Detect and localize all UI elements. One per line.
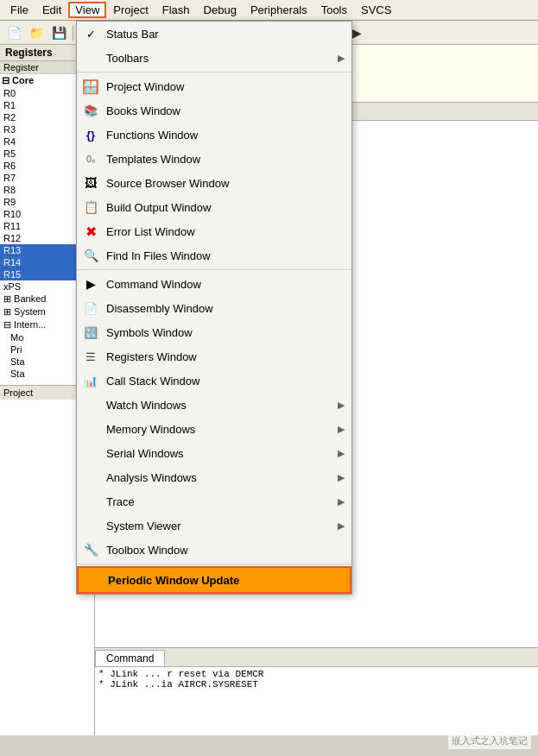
symbols-icon: 🔣 — [82, 324, 99, 341]
command-window-icon: ▶ — [82, 275, 99, 293]
project-window-icon: 🪟 — [82, 78, 99, 95]
command-window-label: Command Window — [106, 278, 345, 291]
menu-project[interactable]: Project — [106, 2, 155, 18]
watch-arrow: ▶ — [338, 400, 345, 411]
menu-callstack[interactable]: 📊 Call Stack Window — [77, 369, 351, 393]
functions-icon: {} — [82, 126, 99, 143]
serial-icon — [82, 444, 99, 462]
registers-window-icon: ☰ — [82, 348, 99, 365]
cmd-line-1: * JLink ... r reset via DEMCR — [98, 669, 535, 679]
menu-trace[interactable]: Trace ▶ — [77, 489, 351, 513]
memory-label: Memory Windows — [106, 423, 338, 436]
books-label: Books Window — [106, 104, 345, 117]
toolbars-arrow: ▶ — [338, 53, 345, 64]
menu-serial-windows[interactable]: Serial Windows ▶ — [77, 441, 351, 465]
disassembly-icon: 📄 — [82, 299, 99, 317]
bottom-tabs: Command — [95, 647, 538, 666]
sep-1 — [77, 72, 351, 72]
menu-tools[interactable]: Tools — [314, 2, 354, 18]
menu-disassembly[interactable]: 📄 Disassembly Window — [77, 296, 351, 320]
analysis-icon — [82, 469, 99, 486]
symbols-label: Symbols Window — [106, 326, 345, 339]
menu-file[interactable]: File — [3, 2, 35, 18]
books-icon: 📚 — [82, 102, 99, 119]
watch-icon — [82, 396, 99, 413]
menu-periodic-update[interactable]: Periodic Window Update — [77, 566, 351, 594]
checkmark-icon: ✓ — [82, 25, 99, 42]
disassembly-label: Disassembly Window — [106, 302, 345, 315]
callstack-label: Call Stack Window — [106, 375, 345, 387]
menu-command-window[interactable]: ▶ Command Window — [77, 272, 351, 296]
menu-templates-window[interactable]: 0ₐ Templates Window — [77, 147, 351, 171]
menu-error-list[interactable]: ✖ Error List Window — [77, 219, 351, 243]
templates-icon: 0ₐ — [82, 150, 99, 167]
analysis-label: Analysis Windows — [106, 471, 338, 484]
build-output-label: Build Output Window — [106, 201, 345, 214]
toolbar-new[interactable]: 📄 — [3, 23, 24, 42]
menu-view[interactable]: View — [68, 2, 106, 18]
menu-analysis-windows[interactable]: Analysis Windows ▶ — [77, 465, 351, 489]
sep-2 — [77, 269, 351, 270]
build-output-icon: 📋 — [82, 198, 99, 216]
menu-source-browser[interactable]: 🖼 Source Browser Window — [77, 171, 351, 195]
system-viewer-label: System Viewer — [106, 520, 338, 532]
toolbars-icon — [82, 49, 99, 66]
trace-arrow: ▶ — [338, 496, 345, 507]
callstack-icon: 📊 — [82, 372, 99, 389]
toolbox-label: Toolbox Window — [106, 544, 345, 557]
memory-icon — [82, 420, 99, 438]
menu-peripherals[interactable]: Peripherals — [244, 2, 314, 18]
source-browser-icon: 🖼 — [82, 174, 99, 192]
serial-arrow: ▶ — [338, 448, 345, 459]
command-panel: * JLink ... r reset via DEMCR * JLink ..… — [95, 666, 538, 735]
menu-status-bar[interactable]: ✓ Status Bar — [77, 22, 351, 46]
toolbars-label: Toolbars — [106, 52, 338, 65]
menu-memory-windows[interactable]: Memory Windows ▶ — [77, 417, 351, 441]
templates-label: Templates Window — [106, 153, 345, 166]
toolbar-sep1 — [73, 25, 73, 41]
serial-label: Serial Windows — [106, 447, 338, 460]
system-viewer-icon — [82, 517, 99, 534]
menu-toolbars[interactable]: Toolbars ▶ — [77, 46, 351, 70]
error-list-label: Error List Window — [106, 225, 345, 238]
periodic-label: Periodic Window Update — [108, 574, 343, 587]
find-in-files-icon: 🔍 — [82, 247, 99, 264]
registers-window-label: Registers Window — [106, 350, 345, 363]
functions-label: Functions Window — [106, 129, 345, 142]
menu-flash[interactable]: Flash — [155, 2, 197, 18]
status-bar-label: Status Bar — [106, 28, 345, 41]
menubar: File Edit View Project Flash Debug Perip… — [0, 0, 538, 21]
menu-debug[interactable]: Debug — [197, 2, 244, 18]
error-list-icon: ✖ — [82, 223, 99, 240]
watermark: 嵌入式之入坑笔记 — [448, 733, 531, 749]
menu-project-window[interactable]: 🪟 Project Window — [77, 74, 351, 98]
analysis-arrow: ▶ — [338, 472, 345, 483]
sep-3 — [77, 564, 351, 564]
menu-edit[interactable]: Edit — [35, 2, 68, 18]
menu-books-window[interactable]: 📚 Books Window — [77, 98, 351, 123]
menu-toolbox[interactable]: 🔧 Toolbox Window — [77, 538, 351, 562]
project-window-label: Project Window — [106, 80, 345, 93]
memory-arrow: ▶ — [338, 424, 345, 435]
periodic-icon — [84, 571, 101, 589]
toolbar-open[interactable]: 📁 — [26, 23, 47, 42]
toolbar-save[interactable]: 💾 — [48, 23, 69, 42]
menu-functions-window[interactable]: {} Functions Window — [77, 123, 351, 147]
source-browser-label: Source Browser Window — [106, 177, 345, 190]
menu-system-viewer[interactable]: System Viewer ▶ — [77, 513, 351, 538]
watch-label: Watch Windows — [106, 399, 338, 412]
system-viewer-arrow: ▶ — [338, 520, 345, 532]
trace-label: Trace — [106, 495, 338, 508]
menu-svcs[interactable]: SVCS — [354, 2, 398, 18]
menu-symbols[interactable]: 🔣 Symbols Window — [77, 320, 351, 344]
trace-icon — [82, 493, 99, 510]
menu-registers-window[interactable]: ☰ Registers Window — [77, 344, 351, 369]
menu-find-in-files[interactable]: 🔍 Find In Files Window — [77, 243, 351, 268]
view-dropdown: ✓ Status Bar Toolbars ▶ 🪟 Project Window… — [76, 21, 352, 595]
menu-build-output[interactable]: 📋 Build Output Window — [77, 195, 351, 219]
cmd-line-2: * JLink ...ia AIRCR.SYSRESET — [98, 679, 535, 690]
menu-watch-windows[interactable]: Watch Windows ▶ — [77, 393, 351, 417]
toolbox-icon: 🔧 — [82, 541, 99, 558]
tab-command[interactable]: Command — [95, 650, 165, 666]
find-in-files-label: Find In Files Window — [106, 249, 345, 262]
